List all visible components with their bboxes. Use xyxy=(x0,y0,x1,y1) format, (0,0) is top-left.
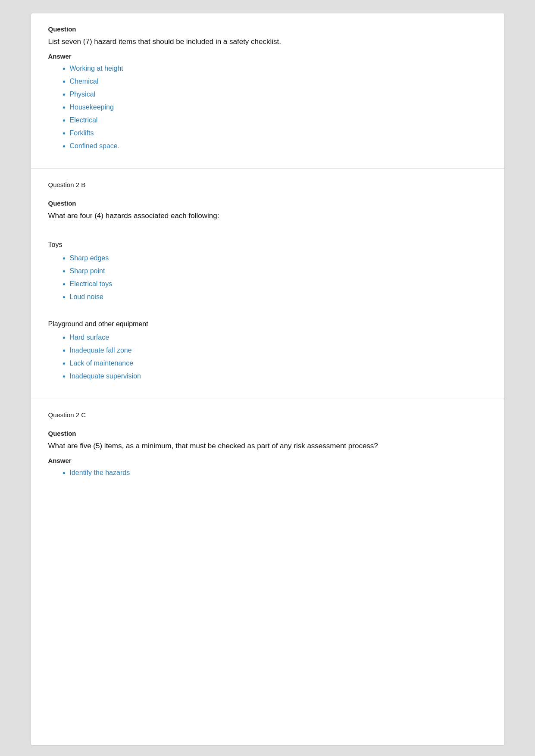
section-1: Question List seven (7) hazard items tha… xyxy=(31,13,504,169)
list-item: Inadequate fall zone xyxy=(70,345,487,356)
section-3: Question 2 C Question What are five (5) … xyxy=(31,399,504,495)
section3-question-text: What are five (5) items, as a minimum, t… xyxy=(48,440,487,452)
section2-question-text: What are four (4) hazards associated eac… xyxy=(48,210,487,222)
list-item: Hard surface xyxy=(70,332,487,343)
section2-header: Question 2 B xyxy=(48,181,487,188)
toys-label: Toys xyxy=(48,241,487,249)
list-item: Confined space. xyxy=(70,141,487,151)
list-item: Lack of maintenance xyxy=(70,358,487,369)
list-item: Loud noise xyxy=(70,292,487,302)
list-item: Forklifts xyxy=(70,128,487,138)
section3-list: Identify the hazards xyxy=(48,468,487,478)
page-wrapper: Question List seven (7) hazard items tha… xyxy=(31,13,505,746)
section-2: Question 2 B Question What are four (4) … xyxy=(31,169,504,400)
list-item: Inadequate supervision xyxy=(70,371,487,381)
list-item: Sharp edges xyxy=(70,253,487,263)
list-item: Chemical xyxy=(70,76,487,87)
section1-answer-label: Answer xyxy=(48,53,487,60)
section3-question-label: Question xyxy=(48,430,487,437)
section3-header: Question 2 C xyxy=(48,411,487,419)
list-item: Working at height xyxy=(70,63,487,74)
list-item: Electrical xyxy=(70,115,487,125)
list-item: Identify the hazards xyxy=(70,468,487,478)
section1-question-label: Question xyxy=(48,25,487,33)
section2-question-label: Question xyxy=(48,200,487,207)
list-item: Housekeeping xyxy=(70,102,487,112)
list-item: Electrical toys xyxy=(70,279,487,289)
playground-label: Playground and other equipment xyxy=(48,320,487,328)
list-item: Sharp point xyxy=(70,266,487,276)
section1-question-text: List seven (7) hazard items that should … xyxy=(48,36,487,47)
playground-list: Hard surface Inadequate fall zone Lack o… xyxy=(48,332,487,381)
toys-list: Sharp edges Sharp point Electrical toys … xyxy=(48,253,487,302)
section3-answer-label: Answer xyxy=(48,457,487,464)
section1-list: Working at height Chemical Physical Hous… xyxy=(48,63,487,151)
list-item: Physical xyxy=(70,89,487,100)
